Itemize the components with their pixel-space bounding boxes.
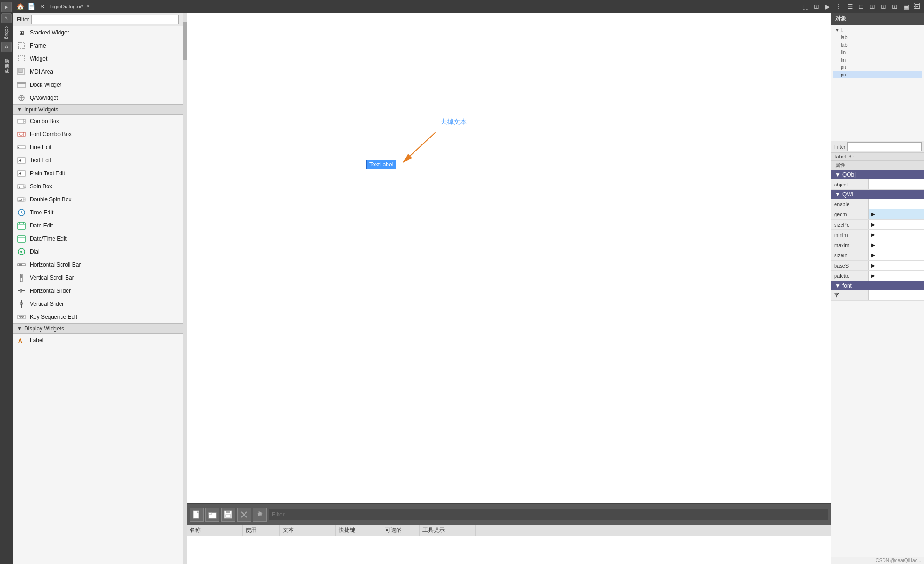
prop-palette-expand[interactable]: ▶ xyxy=(871,273,875,278)
section-qobj[interactable]: ▼ QObj xyxy=(831,170,924,179)
sidebar-label-help[interactable]: 帮助 xyxy=(2,58,11,62)
right-filter-input[interactable] xyxy=(847,142,922,151)
widget-item-horizontal-slider[interactable]: Horizontal Slider xyxy=(13,284,183,297)
widget-item-mdi-area[interactable]: MDI Area xyxy=(13,65,183,78)
toolbar-mode-8[interactable]: ⊞ xyxy=(878,1,889,12)
widget-item-text-edit[interactable]: A Text Edit xyxy=(13,154,183,167)
prop-font-char-value[interactable] xyxy=(869,290,924,300)
canvas-text-label[interactable]: TextLabel xyxy=(366,160,396,169)
sidebar-btn-1[interactable]: ▶ xyxy=(1,2,12,12)
tree-item-pu2[interactable]: pu xyxy=(833,71,922,78)
prop-sizein-expand[interactable]: ▶ xyxy=(871,253,875,258)
settings-action-button[interactable] xyxy=(253,508,267,522)
tab-dropdown[interactable]: ▼ xyxy=(86,4,90,9)
sidebar-btn-3[interactable]: ⚙ xyxy=(1,42,12,52)
widget-item-stacked-widget[interactable]: ⊞ Stacked Widget xyxy=(13,26,183,39)
toolbar-mode-11[interactable]: 🖼 xyxy=(912,1,922,12)
sidebar-label-project[interactable]: 项目 xyxy=(2,53,11,57)
vertical-slider-icon xyxy=(17,299,26,309)
label-widget-label: Label xyxy=(30,337,43,344)
widget-item-font-combo-box[interactable]: Ab Font Combo Box xyxy=(13,128,183,141)
toolbar-mode-6[interactable]: ⊟ xyxy=(856,1,866,12)
annotation-text: 去掉文本 xyxy=(441,118,467,126)
widget-item-date-edit[interactable]: Date Edit xyxy=(13,219,183,232)
tree-item-lin2[interactable]: lin xyxy=(833,56,922,63)
delete-action-button[interactable] xyxy=(237,508,251,522)
prop-bases-expand[interactable]: ▶ xyxy=(871,263,875,268)
widget-item-frame[interactable]: Frame xyxy=(13,39,183,52)
widget-item-datetime-edit[interactable]: Date/Time Edit xyxy=(13,232,183,245)
widget-item-widget[interactable]: Widget xyxy=(13,52,183,65)
prop-maxim-value[interactable]: ▶ xyxy=(869,240,924,250)
dock-widget-label: Dock Widget xyxy=(30,82,61,88)
prop-geom-expand[interactable]: ▶ xyxy=(871,212,875,217)
prop-sizein-value[interactable]: ▶ xyxy=(869,250,924,260)
vertical-slider-label: Vertical Slider xyxy=(30,301,64,307)
svg-rect-38 xyxy=(18,236,25,242)
widget-item-line-edit[interactable]: Line Edit xyxy=(13,141,183,154)
sidebar-btn-2[interactable]: ✎ xyxy=(1,13,12,23)
section-input-widgets-label: Input Widgets xyxy=(24,106,58,113)
tree-item-lab1[interactable]: lab xyxy=(833,34,922,41)
right-panel: 对象 ▼ L lab lab lin lin xyxy=(831,13,924,564)
toolbar-mode-10[interactable]: ▣ xyxy=(901,1,911,12)
widget-item-vertical-scroll-bar[interactable]: Vertical Scroll Bar xyxy=(13,271,183,284)
widget-item-combo-box[interactable]: Combo Box xyxy=(13,115,183,128)
open-action-button[interactable] xyxy=(205,508,219,522)
section-font[interactable]: ▼ font xyxy=(831,281,924,290)
prop-bases-value[interactable]: ▶ xyxy=(869,261,924,270)
prop-sizepo-value[interactable]: ▶ xyxy=(869,220,924,229)
widget-item-time-edit[interactable]: Time Edit xyxy=(13,206,183,219)
widget-item-dock-widget[interactable]: Dock Widget xyxy=(13,78,183,91)
right-panel-header: 对象 xyxy=(831,13,924,25)
widget-item-qaxwidget[interactable]: QAxWidget xyxy=(13,91,183,104)
toolbar-mode-4[interactable]: ⋮ xyxy=(834,1,844,12)
widget-item-plain-text-edit[interactable]: A Plain Text Edit xyxy=(13,167,183,180)
prop-minim-value[interactable]: ▶ xyxy=(869,230,924,240)
widget-item-key-sequence-edit[interactable]: abc Key Sequence Edit xyxy=(13,310,183,323)
filter-input[interactable] xyxy=(31,15,179,24)
widget-item-label[interactable]: A Label xyxy=(13,334,183,347)
display-section-collapse-icon[interactable]: ▼ xyxy=(17,325,22,332)
new-action-button[interactable] xyxy=(190,508,204,522)
toolbar-mode-5[interactable]: ☰ xyxy=(845,1,855,12)
tree-root-expand[interactable]: ▼ xyxy=(835,28,840,33)
svg-rect-47 xyxy=(20,289,22,292)
tree-item-lab2[interactable]: lab xyxy=(833,41,922,48)
widget-item-spin-box[interactable]: 1▲▼ Spin Box xyxy=(13,180,183,193)
key-sequence-edit-icon: abc xyxy=(17,312,26,322)
svg-rect-45 xyxy=(20,275,22,278)
canvas-body[interactable]: 去掉文本 TextLabel xyxy=(187,13,831,503)
toolbar-mode-9[interactable]: ⊞ xyxy=(890,1,900,12)
tree-item-lin1[interactable]: lin xyxy=(833,48,922,56)
prop-minim-expand[interactable]: ▶ xyxy=(871,232,875,237)
toolbar-icon-1[interactable]: 🏠 xyxy=(15,1,25,12)
prop-geom-value[interactable]: ▶ xyxy=(869,209,924,219)
widget-item-double-spin-box[interactable]: 1.2 Double Spin Box xyxy=(13,193,183,206)
toolbar-mode-1[interactable]: ⬚ xyxy=(800,1,810,12)
svg-text:▼: ▼ xyxy=(24,186,26,189)
widget-item-vertical-slider[interactable]: Vertical Slider xyxy=(13,297,183,310)
tree-item-pu1[interactable]: pu xyxy=(833,63,922,71)
scroll-thumb[interactable] xyxy=(183,22,187,60)
toolbar-icon-2[interactable]: 📄 xyxy=(26,1,36,12)
action-table-body xyxy=(187,536,831,564)
prop-sizepo-expand[interactable]: ▶ xyxy=(871,222,875,227)
toolbar-close[interactable]: ✕ xyxy=(37,1,48,12)
sidebar-label-debug[interactable]: debug xyxy=(3,24,10,41)
toolbar-mode-2[interactable]: ⊞ xyxy=(811,1,822,12)
sidebar-label-design[interactable]: 设计 xyxy=(2,62,11,66)
section-collapse-icon[interactable]: ▼ xyxy=(17,106,22,113)
widget-item-dial[interactable]: Dial xyxy=(13,245,183,258)
widget-item-horizontal-scroll-bar[interactable]: Horizontal Scroll Bar xyxy=(13,258,183,271)
toolbar-mode-7[interactable]: ⊞ xyxy=(867,1,877,12)
prop-enable-value[interactable] xyxy=(869,199,924,209)
save-action-button[interactable] xyxy=(221,508,235,522)
section-qwid[interactable]: ▼ QWi xyxy=(831,190,924,199)
action-filter-input[interactable] xyxy=(269,509,828,520)
prop-palette-value[interactable]: ▶ xyxy=(869,271,924,281)
toolbar-mode-3[interactable]: ▶ xyxy=(822,1,833,12)
widget-panel-scrollbar[interactable] xyxy=(183,13,187,564)
prop-object-value[interactable] xyxy=(869,179,924,189)
prop-maxim-expand[interactable]: ▶ xyxy=(871,242,875,248)
